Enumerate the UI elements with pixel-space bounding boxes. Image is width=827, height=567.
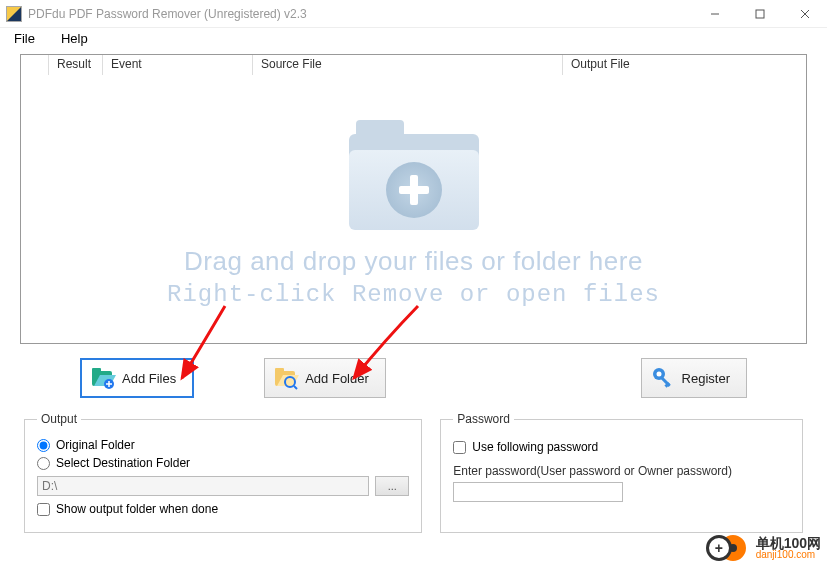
app-icon	[6, 6, 22, 22]
watermark-name: 单机100网	[756, 536, 821, 550]
svg-point-12	[656, 372, 661, 377]
check-use-password-label: Use following password	[472, 440, 598, 454]
minimize-button[interactable]	[692, 0, 737, 28]
col-result[interactable]: Result	[49, 55, 103, 75]
password-group: Password Use following password Enter pa…	[440, 412, 803, 533]
radio-original-label: Original Folder	[56, 438, 135, 452]
window-controls	[692, 0, 827, 28]
folder-add-icon	[90, 365, 116, 391]
folder-plus-icon	[344, 110, 484, 230]
check-show-output-label: Show output folder when done	[56, 502, 218, 516]
check-use-password[interactable]: Use following password	[453, 440, 790, 454]
col-output[interactable]: Output File	[563, 55, 806, 75]
output-path-field[interactable]	[37, 476, 369, 496]
add-folder-button[interactable]: Add Folder	[264, 358, 386, 398]
output-legend: Output	[37, 412, 81, 426]
radio-dest-label: Select Destination Folder	[56, 456, 190, 470]
key-icon	[650, 365, 676, 391]
drop-hint-1: Drag and drop your files or folder here	[184, 246, 643, 277]
password-field[interactable]	[453, 482, 623, 502]
menu-file[interactable]: File	[8, 29, 41, 48]
svg-rect-1	[756, 10, 764, 18]
browse-button[interactable]: ...	[375, 476, 409, 496]
add-folder-label: Add Folder	[305, 371, 369, 386]
titlebar: PDFdu PDF Password Remover (Unregistered…	[0, 0, 827, 28]
menu-help[interactable]: Help	[55, 29, 94, 48]
folder-search-icon	[273, 365, 299, 391]
drop-zone[interactable]: Drag and drop your files or folder here …	[21, 75, 806, 343]
watermark-url: danji100.com	[756, 550, 821, 560]
register-button[interactable]: Register	[641, 358, 747, 398]
col-source[interactable]: Source File	[253, 55, 563, 75]
radio-original-input[interactable]	[37, 439, 50, 452]
register-label: Register	[682, 371, 730, 386]
watermark-logo-icon	[706, 533, 750, 563]
add-files-label: Add Files	[122, 371, 176, 386]
check-show-output[interactable]: Show output folder when done	[37, 502, 409, 516]
output-group: Output Original Folder Select Destinatio…	[24, 412, 422, 533]
watermark: 单机100网 danji100.com	[706, 533, 821, 563]
close-button[interactable]	[782, 0, 827, 28]
password-enter-label: Enter password(User password or Owner pa…	[453, 464, 790, 478]
maximize-button[interactable]	[737, 0, 782, 28]
radio-original-folder[interactable]: Original Folder	[37, 438, 409, 452]
svg-rect-8	[275, 368, 284, 374]
radio-select-dest[interactable]: Select Destination Folder	[37, 456, 409, 470]
add-files-button[interactable]: Add Files	[80, 358, 194, 398]
table-header: Result Event Source File Output File	[21, 55, 806, 75]
radio-dest-input[interactable]	[37, 457, 50, 470]
col-event[interactable]: Event	[103, 55, 253, 75]
check-show-output-input[interactable]	[37, 503, 50, 516]
password-legend: Password	[453, 412, 514, 426]
file-list-table[interactable]: Result Event Source File Output File Dra…	[20, 54, 807, 344]
window-title: PDFdu PDF Password Remover (Unregistered…	[28, 7, 692, 21]
check-use-password-input[interactable]	[453, 441, 466, 454]
svg-line-10	[294, 386, 297, 389]
svg-rect-5	[92, 368, 101, 374]
drop-hint-2: Right-click Remove or open files	[167, 281, 660, 308]
col-blank[interactable]	[21, 55, 49, 75]
menubar: File Help	[0, 28, 827, 50]
